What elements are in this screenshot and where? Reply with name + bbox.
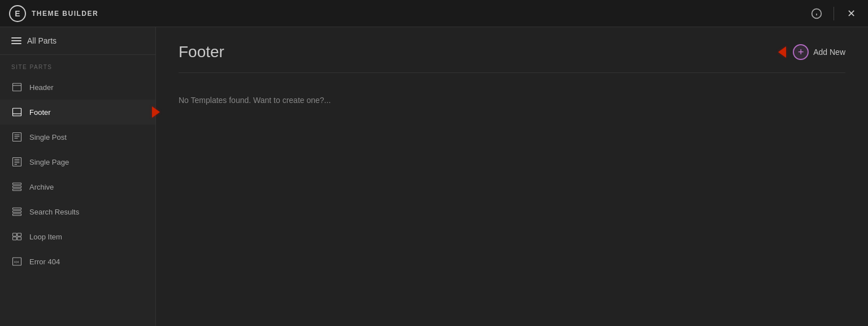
svg-rect-21	[13, 214, 21, 216]
header-icon	[11, 82, 23, 93]
svg-rect-16	[13, 183, 21, 185]
active-arrow-indicator	[152, 106, 160, 118]
sidebar-item-loop-item[interactable]: Loop Item	[0, 224, 155, 249]
sidebar-header-label: All Parts	[27, 36, 57, 45]
single-page-icon	[11, 156, 23, 168]
svg-rect-24	[13, 237, 17, 240]
content-area: Footer + Add New No Templates found. Wan…	[156, 27, 868, 326]
svg-rect-11	[13, 158, 21, 166]
main-layout: All Parts SITE PARTS Header Footer	[0, 27, 868, 326]
sidebar: All Parts SITE PARTS Header Footer	[0, 27, 156, 326]
svg-rect-7	[13, 133, 21, 141]
content-title: Footer	[179, 43, 224, 61]
hamburger-icon[interactable]	[11, 37, 21, 44]
sidebar-item-archive-label: Archive	[29, 183, 54, 191]
sidebar-item-error-404[interactable]: 404 Error 404	[0, 249, 155, 274]
sidebar-item-search-results[interactable]: Search Results	[0, 199, 155, 224]
search-results-icon	[11, 206, 23, 217]
add-new-arrow-indicator	[778, 46, 786, 58]
topbar: E THEME BUILDER ✕	[0, 0, 868, 27]
svg-rect-5	[13, 108, 21, 116]
topbar-left: E THEME BUILDER	[9, 5, 98, 22]
archive-icon	[11, 181, 23, 192]
info-button[interactable]	[809, 6, 824, 22]
plus-circle-icon: +	[793, 44, 809, 60]
svg-rect-20	[13, 211, 21, 213]
footer-icon	[11, 106, 23, 118]
close-button[interactable]: ✕	[843, 6, 859, 22]
sidebar-item-archive[interactable]: Archive	[0, 174, 155, 199]
content-header: Footer + Add New	[156, 27, 868, 72]
sidebar-item-single-page[interactable]: Single Page	[0, 149, 155, 174]
elementor-logo: E	[9, 5, 26, 22]
sidebar-item-loop-item-label: Loop Item	[29, 233, 62, 241]
sidebar-item-single-page-label: Single Page	[29, 158, 69, 166]
add-new-label: Add New	[813, 48, 845, 57]
sidebar-header[interactable]: All Parts	[0, 27, 155, 55]
sidebar-item-header[interactable]: Header	[0, 75, 155, 100]
sidebar-item-header-label: Header	[29, 83, 54, 92]
svg-rect-3	[13, 83, 21, 91]
svg-rect-25	[18, 237, 21, 240]
empty-message: No Templates found. Want to create one?.…	[179, 96, 331, 105]
sidebar-nav: Header Footer Single Post	[0, 75, 155, 326]
loop-item-icon	[11, 231, 23, 242]
sidebar-item-single-post-label: Single Post	[29, 133, 67, 141]
svg-rect-17	[13, 186, 21, 188]
error-404-icon: 404	[11, 256, 23, 267]
topbar-divider	[834, 7, 834, 20]
site-parts-label: SITE PARTS	[0, 55, 155, 75]
sidebar-item-error-404-label: Error 404	[29, 258, 60, 266]
single-post-icon	[11, 131, 23, 143]
svg-rect-18	[13, 189, 21, 191]
sidebar-item-search-results-label: Search Results	[29, 208, 79, 216]
add-new-button[interactable]: + Add New	[778, 44, 845, 60]
sidebar-item-single-post[interactable]: Single Post	[0, 125, 155, 149]
sidebar-item-footer-label: Footer	[29, 108, 51, 117]
svg-rect-22	[13, 233, 17, 236]
svg-rect-19	[13, 208, 21, 209]
svg-text:404: 404	[14, 260, 19, 264]
content-body: No Templates found. Want to create one?.…	[156, 73, 868, 127]
svg-rect-23	[18, 233, 21, 236]
app-title: THEME BUILDER	[32, 10, 98, 18]
sidebar-item-footer[interactable]: Footer	[0, 100, 155, 125]
topbar-right: ✕	[809, 6, 859, 22]
